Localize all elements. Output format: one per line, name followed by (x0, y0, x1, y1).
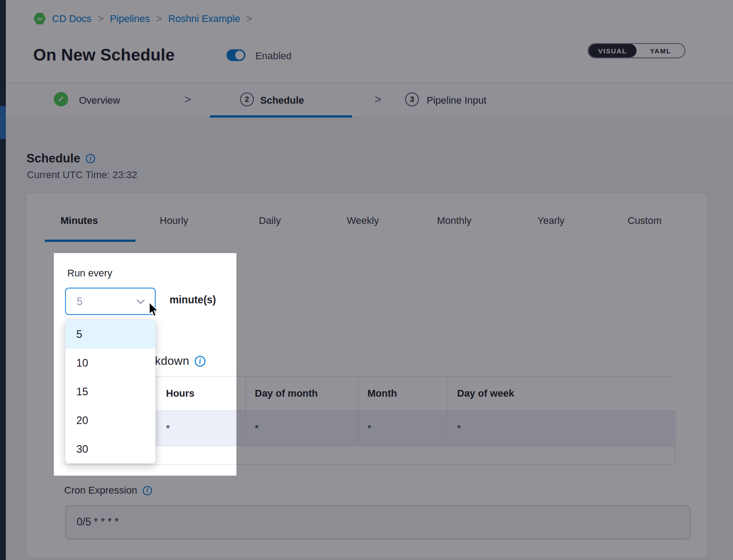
tab-yearly[interactable]: Yearly (537, 215, 564, 227)
schedule-heading-text: Schedule (26, 152, 80, 166)
enabled-label: Enabled (255, 50, 292, 62)
tab-custom[interactable]: Custom (628, 215, 662, 227)
info-icon[interactable]: i (143, 486, 152, 495)
col-day-of-month: Day of month (246, 376, 358, 411)
table-row: * * * * * (65, 411, 675, 446)
col-month: Month (358, 376, 448, 411)
step-complete-check-icon: ✓ (54, 92, 68, 106)
breadcrumb: ∞ CD Docs > Pipelines > Roshni Example > (34, 13, 252, 25)
dropdown-option-20[interactable]: 20 (65, 406, 155, 435)
col-day-of-week: Day of week (448, 376, 676, 411)
minutes-select-value: 5 (77, 296, 83, 308)
info-icon[interactable]: i (86, 154, 95, 163)
breadcrumb-separator: > (98, 13, 104, 25)
breadcrumb-separator: > (246, 13, 252, 25)
minutes-select[interactable]: 5 (65, 288, 156, 315)
breadcrumb-roshni-example[interactable]: Roshni Example (168, 13, 240, 25)
left-nav-active-item[interactable] (0, 106, 6, 139)
cell-hours: * (157, 411, 246, 446)
cell-day-of-month: * (246, 411, 358, 446)
step-2-number: 2 (240, 92, 254, 106)
dropdown-option-10[interactable]: 10 (65, 349, 155, 377)
col-hours: Hours (157, 376, 246, 411)
left-nav-rail (0, 0, 6, 560)
cell-day-of-week: * (448, 411, 676, 446)
step-pipeline-input[interactable]: Pipeline Input (427, 95, 486, 106)
cron-breakdown-table: Minutes Hours Day of month Month Day of … (65, 376, 675, 465)
enabled-toggle[interactable] (227, 49, 245, 61)
breadcrumb-cd-docs[interactable]: CD Docs (52, 13, 92, 25)
yaml-tab[interactable]: YAML (637, 44, 685, 57)
active-step-underline (210, 115, 352, 118)
step-schedule[interactable]: Schedule (260, 95, 304, 106)
breadcrumb-pipelines[interactable]: Pipelines (110, 13, 150, 25)
toggle-knob (235, 51, 244, 60)
cron-expression-input[interactable]: 0/5 * * * * (65, 505, 691, 539)
current-utc-time: Current UTC Time: 23:32 (27, 169, 137, 181)
chevron-down-icon (136, 299, 145, 305)
tab-weekly[interactable]: Weekly (347, 215, 379, 227)
schedule-section-heading: Schedule i (26, 152, 95, 166)
stepper-chevron-icon: > (184, 92, 191, 106)
tab-daily[interactable]: Daily (259, 215, 281, 227)
minutes-unit-label: minute(s) (170, 294, 216, 306)
stepper-chevron-icon: > (375, 92, 381, 106)
dropdown-option-5[interactable]: 5 (65, 320, 155, 349)
tab-monthly[interactable]: Monthly (437, 215, 471, 227)
tab-minutes[interactable]: Minutes (61, 215, 98, 227)
cd-module-icon: ∞ (34, 13, 46, 25)
breadcrumb-separator: > (156, 13, 162, 25)
visual-tab[interactable]: VISUAL (589, 44, 637, 57)
wizard-stepper: ✓ Overview > 2 Schedule > 3 Pipeline Inp… (6, 83, 733, 118)
mouse-cursor-icon (148, 302, 159, 317)
run-every-label: Run every (67, 267, 112, 279)
page-header: ∞ CD Docs > Pipelines > Roshni Example >… (6, 0, 733, 83)
visual-yaml-toggle: VISUAL YAML (588, 43, 685, 58)
active-tab-underline (45, 240, 135, 242)
table-footer-strip (65, 446, 675, 464)
cron-expression-label: Cron Expression i (64, 485, 152, 496)
cron-expression-value: 0/5 * * * * (77, 516, 118, 528)
info-icon[interactable]: i (195, 356, 205, 367)
table-header-row: Minutes Hours Day of month Month Day of … (65, 376, 675, 411)
dropdown-option-30[interactable]: 30 (65, 435, 155, 464)
page-title: On New Schedule (33, 46, 175, 65)
cell-month: * (358, 411, 448, 446)
tab-hourly[interactable]: Hourly (160, 215, 188, 227)
dropdown-option-15[interactable]: 15 (65, 377, 155, 406)
step-3-number: 3 (405, 92, 419, 106)
minutes-dropdown-menu: 5 10 15 20 30 (65, 319, 156, 464)
step-overview[interactable]: Overview (79, 95, 120, 106)
cron-expression-text: Cron Expression (64, 485, 137, 496)
